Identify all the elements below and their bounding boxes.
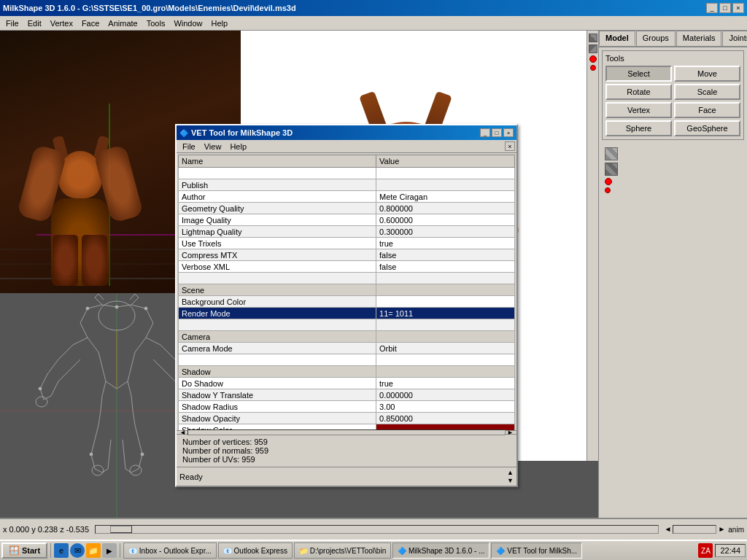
tool-sphere-btn[interactable]: Sphere	[605, 120, 672, 136]
media-icon[interactable]: ▶	[102, 543, 117, 558]
table-row-shadow-opacity[interactable]: Shadow Opacity0.850000	[179, 413, 515, 424]
h-scroll-thumb[interactable]	[110, 526, 132, 533]
vscroll-down[interactable]: ▼	[507, 477, 514, 484]
table-row-scene: Scene	[179, 284, 515, 296]
vet-ready-text: Ready	[179, 472, 203, 481]
title-controls: _ □ ×	[706, 3, 744, 13]
texture-icon-2	[605, 163, 618, 176]
taskbar-btn-inbox[interactable]: 📧 Inbox - Outlook Expr...	[123, 542, 217, 559]
tab-bar: Model Groups Materials Joints	[599, 31, 747, 47]
taskbar-btn-milkshape[interactable]: 🔷 MilkShape 3D 1.6.0 - ...	[392, 542, 489, 559]
vet-title-text: 🔷 VET Tool for MilkShape 3D	[179, 128, 293, 137]
right-panel: Model Groups Materials Joints Tools Sele…	[598, 31, 747, 518]
taskbar-btn-folder[interactable]: 📁 D:\projects\VETTool\bin	[294, 542, 391, 559]
table-row[interactable]: Verbose XMLfalse	[179, 261, 515, 273]
zoom-slider[interactable]	[673, 525, 716, 534]
tab-groups[interactable]: Groups	[636, 31, 676, 46]
table-row[interactable]: Geometry Quality0.800000	[179, 203, 515, 214]
vet-menu-file[interactable]: File	[178, 141, 200, 152]
menu-help[interactable]: Help	[207, 18, 233, 29]
vet-title-bar: 🔷 VET Tool for MilkShape 3D _ □ ×	[177, 125, 516, 140]
menu-edit[interactable]: Edit	[23, 18, 46, 29]
table-row-shadow-radius[interactable]: Shadow Radius3.00	[179, 401, 515, 413]
vet-window-controls: _ □ ×	[480, 128, 514, 137]
ie-icon[interactable]: e	[54, 543, 69, 558]
table-row	[179, 273, 515, 284]
menu-window[interactable]: Window	[169, 18, 206, 29]
render-right-panel	[587, 31, 598, 461]
scroll-left-btn[interactable]: ◄	[665, 525, 672, 534]
tools-section: Tools Select Move Rotate Scale Vertex Fa…	[602, 50, 744, 140]
table-row-shadow-y[interactable]: Shadow Y Translate0.000000	[179, 389, 515, 401]
tool-rotate-btn[interactable]: Rotate	[605, 84, 672, 100]
menu-vertex[interactable]: Vertex	[46, 18, 77, 29]
table-row-bg-color[interactable]: Background Color	[179, 296, 515, 308]
menu-animate[interactable]: Animate	[104, 18, 142, 29]
close-btn[interactable]: ×	[732, 3, 744, 13]
table-row[interactable]: Lightmap Quality0.300000	[179, 226, 515, 238]
tool-face-btn[interactable]: Face	[674, 102, 740, 118]
render-red-dot-1	[589, 55, 597, 63]
tool-move-btn[interactable]: Move	[674, 66, 740, 82]
render-red-dot-2	[590, 65, 596, 71]
tab-joints[interactable]: Joints	[722, 31, 747, 46]
table-row[interactable]: Use Trixelstrue	[179, 238, 515, 249]
table-row[interactable]: Publish	[179, 179, 515, 191]
tool-scale-btn[interactable]: Scale	[674, 84, 740, 100]
scroll-controls: ◄ ►	[665, 525, 726, 534]
maximize-btn[interactable]: □	[719, 3, 731, 13]
scroll-arrow-right[interactable]: ►	[507, 429, 514, 436]
scroll-right-btn[interactable]: ►	[718, 525, 725, 534]
tool-geosphere-btn[interactable]: GeoSphere	[674, 120, 740, 136]
h-scrollbar[interactable]	[95, 525, 658, 534]
table-row-render-mode[interactable]: Render Mode 11= 1011	[179, 308, 515, 319]
table-row-camera-mode[interactable]: Camera ModeOrbit	[179, 343, 515, 354]
table-row-do-shadow[interactable]: Do Shadowtrue	[179, 378, 515, 389]
scroll-track-h[interactable]	[187, 429, 506, 435]
main-title-text: MilkShape 3D 1.6.0 - G:\SSTSE\SE1_00.gro…	[3, 4, 296, 12]
props-container[interactable]: Name Value Publish AuthorMete Ciragan Ge…	[177, 153, 516, 430]
col-header-value: Value	[376, 155, 515, 168]
vet-status-bar: Ready ▲ ▼	[177, 467, 516, 486]
table-row[interactable]: Compress MTXfalse	[179, 249, 515, 261]
vet-maximize-btn[interactable]: □	[492, 128, 502, 137]
anim-label: anim	[728, 526, 744, 534]
texture-icon-1	[605, 147, 618, 160]
outlook-icon[interactable]: ✉	[70, 543, 85, 558]
row-empty-1	[179, 168, 376, 179]
menu-face[interactable]: Face	[77, 18, 104, 29]
table-row[interactable]: Image Quality0.600000	[179, 214, 515, 226]
start-button[interactable]: 🪟 Start	[1, 542, 47, 559]
main-status-bar: x 0.000 y 0.238 z -0.535 ◄ ► anim	[0, 518, 747, 540]
indicator-red-small	[605, 187, 611, 193]
vet-menu-view[interactable]: View	[200, 141, 226, 152]
menu-file[interactable]: File	[1, 18, 23, 29]
tools-grid: Select Move Rotate Scale Vertex Face Sph…	[605, 66, 740, 136]
vscroll-up[interactable]: ▲	[507, 469, 514, 476]
indicator-red-large	[605, 178, 612, 185]
tab-materials[interactable]: Materials	[676, 31, 722, 46]
vet-minimize-btn[interactable]: _	[480, 128, 490, 137]
table-row-camera: Camera	[179, 331, 515, 343]
table-row[interactable]: AuthorMete Ciragan	[179, 191, 515, 203]
tool-vertex-btn[interactable]: Vertex	[605, 102, 672, 118]
minimize-btn[interactable]: _	[706, 3, 718, 13]
vet-close-btn[interactable]: ×	[503, 128, 514, 137]
taskbar-btn-vet[interactable]: 🔷 VET Tool for MilkSh...	[491, 542, 582, 559]
table-row	[179, 319, 515, 331]
scroll-arrow-left[interactable]: ◄	[179, 429, 186, 436]
tab-model[interactable]: Model	[599, 31, 635, 46]
svg-point-37	[141, 453, 144, 456]
status-coords: x 0.000 y 0.238 z -0.535	[3, 525, 89, 534]
vet-dialog-close-x[interactable]: ×	[505, 141, 515, 151]
taskbar-btn-outlook[interactable]: 📧 Outlook Express	[218, 542, 293, 559]
menu-tools[interactable]: Tools	[142, 18, 170, 29]
stat-vertices: Number of vertices: 959	[182, 438, 511, 446]
vet-scroll-indicator: ◄ ►	[177, 430, 516, 434]
stat-normals: Number of normals: 959	[182, 446, 511, 455]
folder-icon[interactable]: 📁	[86, 543, 101, 558]
stat-uvs: Number of UVs: 959	[182, 455, 511, 464]
vet-menu-help[interactable]: Help	[225, 141, 251, 152]
tool-select-btn[interactable]: Select	[605, 66, 672, 82]
tools-label: Tools	[605, 54, 740, 63]
